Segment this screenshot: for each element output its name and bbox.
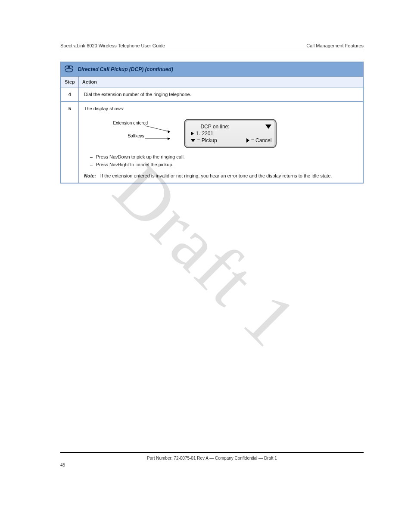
dash-icon: – [90, 154, 96, 159]
bullet-item: – Press NavRight to cancel the pickup. [90, 162, 358, 167]
procedure-table: Directed Call Pickup (DCP) (continued) S… [60, 62, 364, 184]
footer-line: Part Number: 72-0075-01 Rev A — Company … [60, 455, 364, 461]
table-row: 5 The display shows: Extension entered S… [61, 102, 363, 184]
lcd-pickup-label: = Pickup [197, 137, 217, 144]
lcd-illustration: Extension entered Softkeys DCP on line: … [165, 119, 277, 148]
lcd-line1-text: DCP on line: [200, 123, 229, 130]
header-rule [60, 51, 364, 51]
bullet-item: – Press NavDown to pick up the ringing c… [90, 154, 358, 159]
lcd-line-3: = Pickup = Cancel [191, 137, 271, 144]
lcd-cancel-label: = Cancel [251, 137, 272, 144]
procedure-title-row: Directed Call Pickup (DCP) (continued) [61, 62, 363, 77]
step-intro-text: The display shows: [84, 106, 358, 111]
lcd-line-2: 1. 2201 [191, 130, 271, 137]
column-header-row: Step Action [61, 77, 363, 87]
lcd-line2-value: 2201 [202, 130, 213, 137]
note-block: Note: If the extension entered is invali… [84, 173, 358, 178]
triangle-down-icon [265, 124, 271, 129]
callout-softkeys: Softkeys [128, 134, 144, 138]
callout-lines [145, 121, 184, 147]
footer-page-number: 45 [60, 463, 364, 467]
svg-line-2 [145, 126, 170, 132]
procedure-title-cell: Directed Call Pickup (DCP) (continued) [61, 62, 363, 77]
step-action-cell: The display shows: Extension entered Sof… [78, 102, 363, 184]
callout-extension: Extension entered [113, 121, 148, 125]
phone-icon [64, 64, 74, 75]
header-right: Call Management Features [306, 43, 364, 48]
svg-marker-3 [168, 130, 170, 133]
table-row: 4 Dial the extension number of the ringi… [61, 87, 363, 102]
lcd-screen: DCP on line: 1. 2201 [184, 119, 277, 148]
page-body: SpectraLink 6020 Wireless Telephone User… [0, 0, 411, 184]
header-left: SpectraLink 6020 Wireless Telephone User… [60, 43, 165, 48]
step-number: 5 [61, 102, 78, 184]
footer-rule [60, 452, 364, 453]
triangle-right-icon [191, 131, 194, 136]
dash-icon: – [90, 162, 96, 167]
step-number: 4 [61, 87, 78, 102]
column-header-step: Step [61, 77, 78, 87]
triangle-right-icon [246, 138, 249, 143]
bullet-text: Press NavRight to cancel the pickup. [96, 162, 174, 167]
lcd-line2-prefix: 1. [196, 130, 200, 137]
triangle-down-icon [191, 139, 195, 142]
svg-marker-5 [168, 137, 170, 140]
page-header: SpectraLink 6020 Wireless Telephone User… [60, 43, 364, 48]
bullet-text: Press NavDown to pick up the ringing cal… [96, 154, 185, 159]
note-body: If the extension entered is invalid or n… [100, 173, 358, 178]
step-action: Dial the extension number of the ringing… [78, 87, 363, 102]
procedure-title: Directed Call Pickup (DCP) (continued) [78, 66, 173, 72]
note-label: Note: [84, 173, 100, 178]
lcd-line-1: DCP on line: [191, 123, 271, 130]
page-footer: Part Number: 72-0075-01 Rev A — Company … [60, 452, 364, 467]
column-header-action: Action [78, 77, 363, 87]
svg-point-0 [65, 68, 73, 72]
svg-rect-1 [68, 66, 70, 68]
